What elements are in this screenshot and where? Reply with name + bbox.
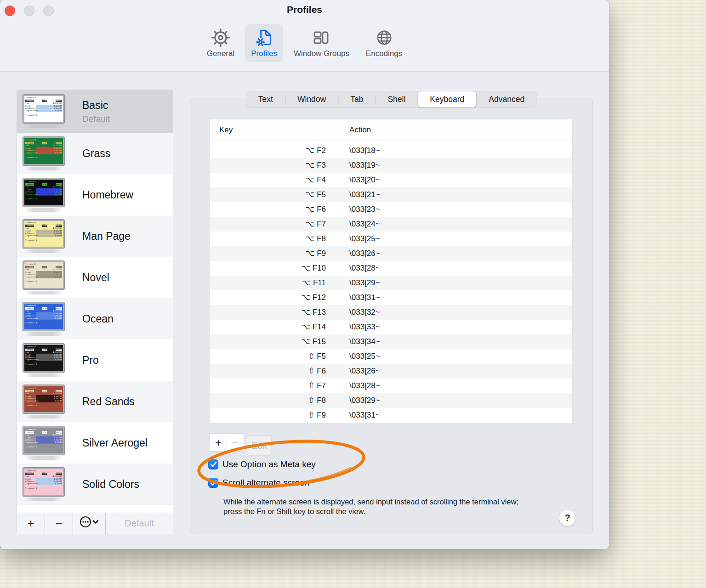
profile-item-ocean[interactable]: Terminal#COMMAND%CPURPRVTtop4.1%231KXcod… (17, 298, 173, 339)
checkmark-icon (210, 462, 217, 468)
key-binding-row[interactable]: ⌥ F7\033[24~ (210, 217, 572, 232)
preview-cell: loginwindow (25, 317, 55, 319)
preview-cell: loginwindow (25, 193, 55, 195)
profile-item-homebrew[interactable]: Terminal#COMMAND%CPURPRVTtop4.1%231KXcod… (17, 174, 173, 215)
preview-cell: loginwindow (25, 441, 55, 443)
checked-checkbox[interactable] (208, 459, 218, 469)
preview-cell: 13M (58, 232, 62, 234)
binding-buttons: + − Edit (210, 433, 272, 456)
preview-cell: 231K (57, 310, 62, 312)
key-binding-row[interactable]: ⌥ F14\033[33~ (210, 320, 572, 334)
preview-process-row: ATSServer0.0%13M (25, 273, 62, 276)
checkbox-use-option-as-meta-key[interactable]: Use Option as Meta key (208, 459, 316, 469)
preview-process-row: top4.1%231K (25, 144, 62, 147)
profile-item-grass[interactable]: Terminal#COMMAND%CPURPRVTtop4.1%231KXcod… (17, 133, 173, 174)
key-binding-row[interactable]: ⌥ F2\033[18~ (210, 143, 572, 158)
terminal-preview-content: Terminal#COMMAND%CPURPRVTtop4.1%231KXcod… (24, 262, 63, 288)
thumbnail-reflection (24, 124, 63, 128)
key-binding-row[interactable]: ⇧ F5\033[25~ (210, 349, 572, 364)
binding-key: ⇧ F9 (210, 408, 337, 423)
add-profile-button[interactable]: + (17, 513, 45, 534)
profile-item-basic[interactable]: Terminal#COMMAND%CPURPRVTtop4.1%231KXcod… (17, 90, 173, 133)
key-binding-row[interactable]: ⌥ F13\033[32~ (210, 305, 572, 320)
preview-header-row: COMMAND%CPURPRVT (25, 224, 62, 226)
preview-prompt-line: Terminal # (25, 322, 62, 324)
profile-actions-menu-button[interactable] (73, 513, 106, 534)
profile-item-red-sands[interactable]: Terminal#COMMAND%CPURPRVTtop4.1%231KXcod… (17, 381, 173, 422)
table-header: Key Action (210, 119, 572, 141)
toolbar-item-encodings[interactable]: Encodings (360, 24, 408, 62)
key-binding-row[interactable]: ⌥ F12\033[31~ (210, 290, 572, 305)
binding-action: \033[28~ (337, 261, 380, 276)
tab-keyboard[interactable]: Keyboard (418, 91, 476, 107)
preview-cell: 1.4% (54, 188, 58, 190)
set-default-button[interactable]: Default (106, 513, 173, 534)
key-binding-row[interactable]: ⇧ F8\033[29~ (210, 393, 572, 408)
checked-checkbox[interactable] (208, 478, 218, 488)
profiles-sidebar: Terminal#COMMAND%CPURPRVTtop4.1%231KXcod… (17, 90, 173, 534)
preview-cell: top (25, 186, 53, 188)
preview-cell: 0.0% (54, 232, 58, 234)
add-binding-button[interactable]: + (210, 433, 227, 452)
remove-binding-button[interactable]: − (227, 433, 244, 452)
profile-name: Solid Colors (82, 478, 139, 491)
preview-cell: 0.0% (54, 397, 58, 400)
tab-advanced[interactable]: Advanced (477, 91, 536, 107)
key-binding-row[interactable]: ⌥ F8\033[25~ (210, 232, 572, 246)
terminal-preview: Terminal#COMMAND%CPURPRVTtop4.1%231KXcod… (23, 178, 64, 207)
preview-cell: 4M (60, 317, 62, 319)
terminal-preview-content: Terminal#COMMAND%CPURPRVTtop4.1%231KXcod… (24, 221, 63, 247)
profile-name: Silver Aerogel (82, 437, 148, 449)
thumbnail-reflection (24, 332, 63, 336)
toolbar-item-profiles[interactable]: Profiles (245, 24, 283, 62)
binding-action: \033[31~ (337, 290, 380, 305)
help-button[interactable]: ? (559, 509, 576, 526)
edit-binding-button[interactable]: Edit (247, 435, 272, 456)
terminal-preview-content: Terminal#COMMAND%CPURPRVTtop4.1%231KXcod… (24, 428, 63, 453)
preview-header-chip: %CPU (42, 472, 47, 475)
preview-cell: Xcode (25, 436, 54, 438)
key-binding-row[interactable]: ⌥ F9\033[26~ (210, 246, 572, 261)
key-binding-row[interactable]: ⌥ F10\033[28~ (210, 261, 572, 276)
key-binding-row[interactable]: ⇧ F9\033[31~ (210, 408, 572, 423)
profile-item-man-page[interactable]: Terminal#COMMAND%CPURPRVTtop4.1%231KXcod… (17, 215, 173, 257)
toolbar-item-window-groups[interactable]: Window Groups (288, 24, 355, 62)
titlebar: Profiles General Profiles Window (0, 0, 609, 72)
key-binding-row[interactable]: ⌥ F3\033[19~ (210, 158, 572, 173)
remove-profile-button[interactable]: − (45, 513, 73, 534)
key-binding-row[interactable]: ⌥ F5\033[21~ (210, 187, 572, 202)
preview-cell: 0.0% (55, 482, 60, 485)
checkbox-scroll-alternate-screen[interactable]: Scroll alternate screen (208, 478, 309, 488)
profile-item-solid-colors[interactable]: Terminal#COMMAND%CPURPRVTtop4.1%231KXcod… (17, 464, 173, 505)
key-binding-row[interactable]: ⌥ F11\033[29~ (210, 276, 572, 290)
key-binding-row[interactable]: ⇧ F7\033[28~ (210, 379, 572, 393)
binding-key: ⇧ F5 (210, 349, 337, 364)
key-binding-row[interactable]: ⌥ F4\033[20~ (210, 173, 572, 187)
thumbnail-reflection (24, 498, 63, 501)
profile-thumbnail: Terminal#COMMAND%CPURPRVTtop4.1%231KXcod… (17, 344, 70, 377)
preview-cell: 4.1% (53, 351, 57, 353)
profile-name: Basic (82, 99, 110, 112)
preview-cell: 0.0% (55, 109, 60, 112)
preview-prompt-line: Terminal # (25, 446, 62, 448)
preview-process-row: loginwindow0.0%4M (25, 276, 62, 278)
preview-title-line: Terminal# (25, 387, 62, 389)
preview-title-line: Terminal# (25, 139, 62, 141)
preview-process-row: loginwindow0.0%4M (25, 109, 62, 112)
key-binding-row[interactable]: ⌥ F6\033[23~ (210, 202, 572, 217)
tab-window[interactable]: Window (285, 91, 338, 107)
key-binding-row[interactable]: ⌥ F15\033[34~ (210, 334, 572, 349)
toolbar-item-general[interactable]: General (201, 24, 240, 62)
profile-item-silver-aerogel[interactable]: Terminal#COMMAND%CPURPRVTtop4.1%231KXcod… (17, 422, 173, 464)
profile-item-pro[interactable]: Terminal#COMMAND%CPURPRVTtop4.1%231KXcod… (17, 339, 173, 381)
key-binding-row[interactable]: ⇧ F6\033[26~ (210, 364, 572, 379)
preview-process-row: loginwindow0.0%4M (25, 358, 62, 361)
tab-tab[interactable]: Tab (338, 91, 375, 107)
profile-name: Grass (82, 147, 110, 160)
tab-text[interactable]: Text (246, 91, 285, 107)
preview-process-row: Xcode1.4%78M (25, 477, 62, 480)
tab-shell[interactable]: Shell (376, 91, 417, 107)
preview-cell: 0.0% (55, 400, 60, 402)
preview-cell: 0.0% (54, 356, 58, 358)
profile-item-novel[interactable]: Terminal#COMMAND%CPURPRVTtop4.1%231KXcod… (17, 257, 173, 298)
